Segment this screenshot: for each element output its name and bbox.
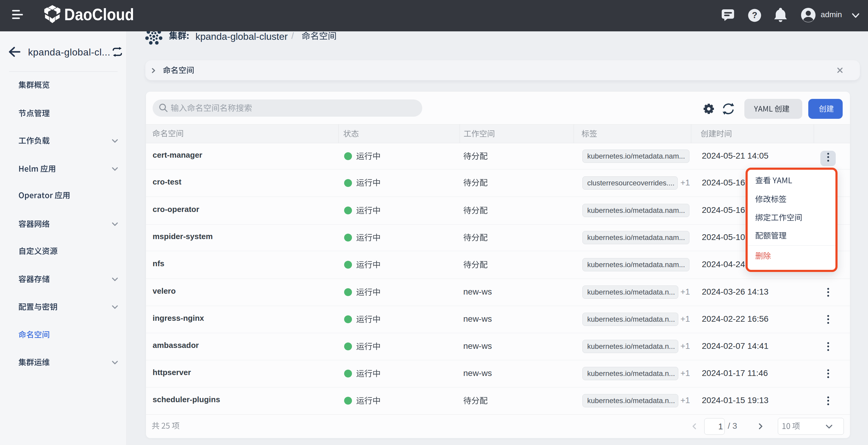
svg-text:?: ? xyxy=(752,10,757,20)
